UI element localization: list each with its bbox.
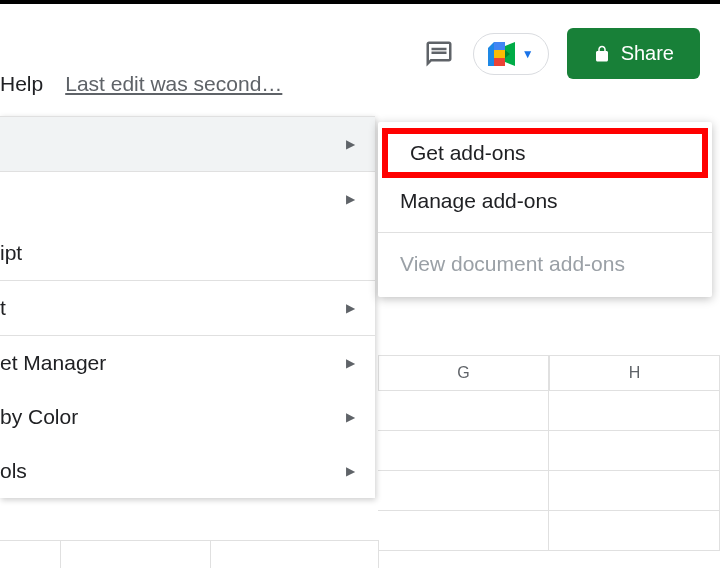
menu-item-label: t	[0, 296, 6, 320]
menu-help[interactable]: Help	[0, 72, 43, 96]
submenu-manage-addons[interactable]: Manage add-ons	[378, 176, 712, 226]
last-edit-link[interactable]: Last edit was second…	[65, 72, 282, 96]
menu-item-macros[interactable]: ▶	[0, 172, 375, 226]
comment-history-icon[interactable]	[423, 38, 455, 70]
column-header-h[interactable]: H	[549, 355, 720, 391]
header-toolbar: ▼ Share	[423, 28, 700, 79]
menu-item-label: ipt	[0, 241, 22, 265]
cell[interactable]	[378, 511, 549, 551]
addons-submenu: Get add-ons Manage add-ons View document…	[378, 122, 712, 297]
menu-item-tools[interactable]: ols ▶	[0, 444, 375, 498]
cell[interactable]	[378, 391, 549, 431]
submenu-arrow-icon: ▶	[346, 356, 355, 370]
window-top-border	[0, 0, 720, 4]
submenu-arrow-icon: ▶	[346, 464, 355, 478]
share-label: Share	[621, 42, 674, 65]
col-divider	[210, 540, 211, 568]
dropdown-caret-icon: ▼	[522, 47, 534, 61]
divider	[378, 232, 712, 233]
menu-item-label: et Manager	[0, 351, 106, 375]
column-header-g[interactable]: G	[378, 355, 549, 391]
submenu-arrow-icon: ▶	[346, 192, 355, 206]
extensions-menu-dropdown: ▶ ▶ ipt t ▶ et Manager ▶ by Color ▶ ols …	[0, 116, 375, 498]
cell[interactable]	[378, 471, 549, 511]
menu-item-by-color[interactable]: by Color ▶	[0, 390, 375, 444]
meet-button[interactable]: ▼	[473, 33, 549, 75]
submenu-arrow-icon: ▶	[346, 410, 355, 424]
submenu-arrow-icon: ▶	[346, 301, 355, 315]
lock-icon	[593, 45, 611, 63]
col-divider	[60, 540, 61, 568]
menu-item-sheet-manager[interactable]: et Manager ▶	[0, 336, 375, 390]
submenu-label: Manage add-ons	[400, 189, 558, 213]
grid-row	[378, 391, 720, 431]
cell[interactable]	[549, 431, 720, 471]
column-headers: G H	[378, 355, 720, 391]
grid-row	[378, 471, 720, 511]
menu-item-label: by Color	[0, 405, 78, 429]
cell[interactable]	[378, 431, 549, 471]
menu-item-label: ols	[0, 459, 27, 483]
spreadsheet-grid[interactable]: G H	[378, 355, 720, 568]
menu-item-apps-script[interactable]: ipt	[0, 226, 375, 280]
google-meet-icon	[488, 42, 518, 66]
cell[interactable]	[549, 471, 720, 511]
grid-row	[378, 511, 720, 551]
share-button[interactable]: Share	[567, 28, 700, 79]
submenu-view-doc-addons: View document add-ons	[378, 239, 712, 289]
submenu-label: Get add-ons	[410, 141, 526, 165]
grid-row	[378, 431, 720, 471]
cell[interactable]	[549, 391, 720, 431]
menubar: Help Last edit was second…	[0, 72, 282, 96]
submenu-arrow-icon: ▶	[346, 137, 355, 151]
grid-border	[0, 540, 378, 541]
cell[interactable]	[549, 511, 720, 551]
menu-item-addons[interactable]: ▶	[0, 117, 375, 171]
col-divider	[378, 540, 379, 568]
submenu-get-addons[interactable]: Get add-ons	[382, 128, 708, 178]
submenu-label: View document add-ons	[400, 252, 625, 276]
menu-item-generic-1[interactable]: t ▶	[0, 281, 375, 335]
